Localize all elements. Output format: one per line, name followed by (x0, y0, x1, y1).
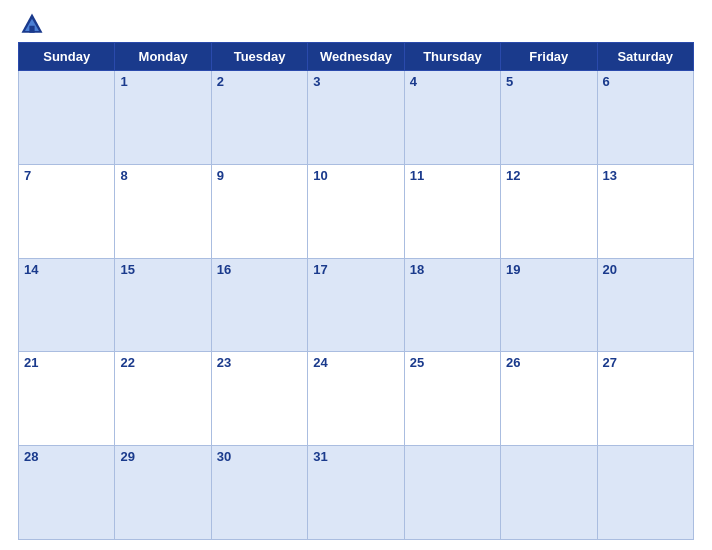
calendar-day-24: 24 (308, 352, 404, 446)
weekday-header-tuesday: Tuesday (211, 43, 307, 71)
day-number: 4 (410, 74, 417, 89)
calendar-day-4: 4 (404, 71, 500, 165)
logo-icon (18, 10, 46, 38)
day-number: 11 (410, 168, 424, 183)
calendar-week-row: 28293031 (19, 446, 694, 540)
day-number: 28 (24, 449, 38, 464)
calendar-day-23: 23 (211, 352, 307, 446)
day-number: 9 (217, 168, 224, 183)
day-number: 18 (410, 262, 424, 277)
calendar-week-row: 21222324252627 (19, 352, 694, 446)
day-number: 10 (313, 168, 327, 183)
day-number: 19 (506, 262, 520, 277)
weekday-header-saturday: Saturday (597, 43, 693, 71)
top-bar (18, 10, 694, 38)
calendar-week-row: 78910111213 (19, 164, 694, 258)
calendar-day-26: 26 (501, 352, 597, 446)
logo (18, 10, 50, 38)
calendar-day-25: 25 (404, 352, 500, 446)
day-number: 25 (410, 355, 424, 370)
calendar-day-22: 22 (115, 352, 211, 446)
day-number: 2 (217, 74, 224, 89)
day-number: 13 (603, 168, 617, 183)
calendar-day-21: 21 (19, 352, 115, 446)
calendar-day-16: 16 (211, 258, 307, 352)
calendar-week-row: 14151617181920 (19, 258, 694, 352)
day-number: 6 (603, 74, 610, 89)
calendar-day-7: 7 (19, 164, 115, 258)
calendar-day-28: 28 (19, 446, 115, 540)
day-number: 30 (217, 449, 231, 464)
calendar-day-11: 11 (404, 164, 500, 258)
day-number: 14 (24, 262, 38, 277)
weekday-header-monday: Monday (115, 43, 211, 71)
calendar-day-empty (404, 446, 500, 540)
day-number: 15 (120, 262, 134, 277)
calendar-day-8: 8 (115, 164, 211, 258)
calendar-day-20: 20 (597, 258, 693, 352)
weekday-header-wednesday: Wednesday (308, 43, 404, 71)
calendar-day-18: 18 (404, 258, 500, 352)
weekday-header-friday: Friday (501, 43, 597, 71)
calendar-day-30: 30 (211, 446, 307, 540)
day-number: 26 (506, 355, 520, 370)
calendar-week-row: 123456 (19, 71, 694, 165)
calendar-day-29: 29 (115, 446, 211, 540)
calendar-day-empty (501, 446, 597, 540)
day-number: 27 (603, 355, 617, 370)
calendar-table: SundayMondayTuesdayWednesdayThursdayFrid… (18, 42, 694, 540)
day-number: 12 (506, 168, 520, 183)
calendar-day-31: 31 (308, 446, 404, 540)
calendar-day-15: 15 (115, 258, 211, 352)
calendar-day-5: 5 (501, 71, 597, 165)
day-number: 24 (313, 355, 327, 370)
calendar-day-empty (19, 71, 115, 165)
day-number: 16 (217, 262, 231, 277)
day-number: 7 (24, 168, 31, 183)
calendar-day-empty (597, 446, 693, 540)
calendar-day-19: 19 (501, 258, 597, 352)
day-number: 3 (313, 74, 320, 89)
day-number: 8 (120, 168, 127, 183)
weekday-header-sunday: Sunday (19, 43, 115, 71)
day-number: 17 (313, 262, 327, 277)
day-number: 31 (313, 449, 327, 464)
day-number: 21 (24, 355, 38, 370)
day-number: 1 (120, 74, 127, 89)
calendar-day-3: 3 (308, 71, 404, 165)
day-number: 23 (217, 355, 231, 370)
calendar-day-9: 9 (211, 164, 307, 258)
calendar-day-27: 27 (597, 352, 693, 446)
day-number: 20 (603, 262, 617, 277)
calendar-day-12: 12 (501, 164, 597, 258)
day-number: 22 (120, 355, 134, 370)
calendar-day-1: 1 (115, 71, 211, 165)
day-number: 5 (506, 74, 513, 89)
calendar-day-17: 17 (308, 258, 404, 352)
calendar-day-6: 6 (597, 71, 693, 165)
calendar-day-14: 14 (19, 258, 115, 352)
calendar-day-13: 13 (597, 164, 693, 258)
day-number: 29 (120, 449, 134, 464)
weekday-header-thursday: Thursday (404, 43, 500, 71)
weekday-header-row: SundayMondayTuesdayWednesdayThursdayFrid… (19, 43, 694, 71)
calendar-day-2: 2 (211, 71, 307, 165)
svg-rect-2 (29, 26, 34, 33)
calendar-day-10: 10 (308, 164, 404, 258)
